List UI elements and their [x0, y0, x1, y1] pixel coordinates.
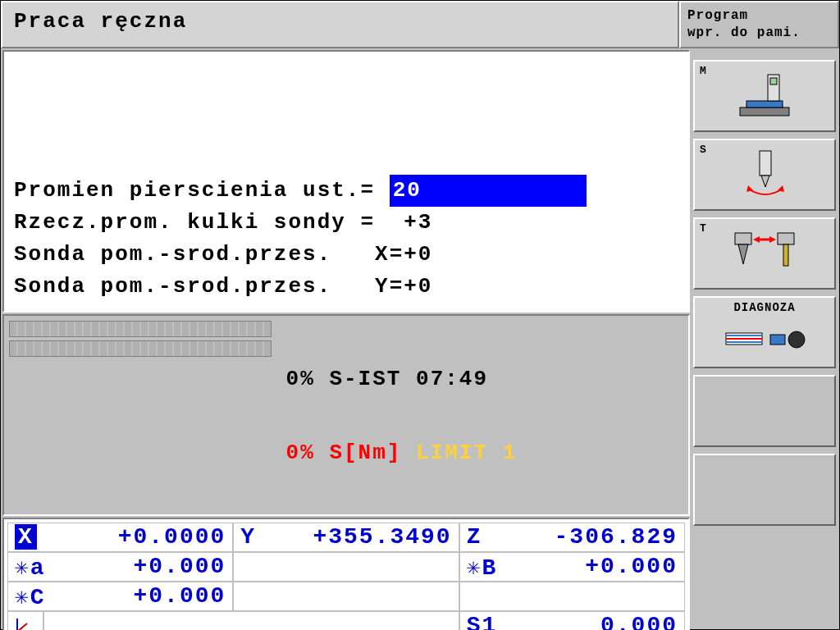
param-ball-radius: Rzecz.prom. kulki sondy = +3: [14, 207, 678, 239]
dro-b: ✳B+0.000: [459, 552, 685, 582]
svg-rect-4: [760, 151, 771, 176]
side-btn-empty-1[interactable]: [693, 375, 836, 447]
svg-rect-11: [783, 244, 788, 266]
side-btn-t[interactable]: T: [693, 217, 836, 290]
svg-rect-0: [740, 107, 789, 116]
diagnoza-icon: [695, 316, 834, 367]
dro-empty4: [43, 611, 459, 630]
param-ring-radius: Promien pierscienia ust.= 20: [14, 175, 678, 207]
status-limit: LIMIT 1: [416, 441, 517, 465]
status-band: 0% S-IST 07:49 0% S[Nm] LIMIT 1: [2, 314, 690, 516]
side-btn-s[interactable]: S: [693, 139, 836, 211]
dro-x: X+0.0000: [7, 523, 233, 552]
ring-radius-input[interactable]: 20: [390, 175, 587, 207]
dro-empty3: [459, 582, 685, 611]
program-line2: wpr. do pami.: [687, 25, 831, 42]
title-bar: Praca ręczna: [1, 1, 679, 48]
svg-rect-1: [746, 101, 783, 107]
svg-marker-5: [761, 176, 769, 187]
tool-icon: [695, 219, 834, 288]
svg-rect-10: [778, 233, 794, 244]
svg-rect-3: [770, 78, 777, 84]
program-status-box: Program wpr. do pami.: [679, 1, 839, 48]
svg-rect-8: [735, 233, 751, 244]
sidebar: M S T DIAGNOZA: [692, 48, 839, 630]
svg-marker-14: [769, 236, 776, 243]
dro-c: ✳C+0.000: [7, 582, 233, 611]
program-line1: Program: [687, 7, 831, 25]
dro-panel: X+0.0000 Y+355.3490 Z-306.829 ✳a+0.000 ✳…: [2, 518, 690, 630]
status-snm: 0% S[Nm]: [272, 441, 416, 465]
svg-marker-13: [753, 236, 760, 243]
load-bar-1: [9, 321, 272, 337]
dro-y: Y+355.3490: [233, 523, 459, 552]
dro-empty2: [233, 582, 459, 611]
parameter-panel: Promien pierscienia ust.= 20 Rzecz.prom.…: [2, 50, 690, 313]
svg-point-20: [788, 331, 805, 348]
load-bar-2: [9, 340, 272, 357]
status-sist: 0% S-IST 07:49: [272, 367, 683, 391]
side-btn-m[interactable]: M: [693, 60, 836, 132]
side-btn-diagnoza[interactable]: DIAGNOZA: [693, 296, 836, 368]
dro-a: ✳a+0.000: [7, 552, 233, 582]
dro-z: Z-306.829: [459, 523, 685, 552]
svg-marker-9: [738, 244, 748, 264]
dro-s1: S10.000: [459, 611, 685, 630]
svg-rect-19: [770, 335, 785, 345]
mode-title: Praca ręczna: [14, 9, 187, 34]
param-offset-y: Sonda pom.-srod.przes. Y=+0: [14, 271, 678, 303]
spindle-icon: [695, 140, 834, 209]
machine-icon: [695, 62, 834, 130]
dro-empty1: [233, 552, 459, 582]
param-offset-x: Sonda pom.-srod.przes. X=+0: [14, 239, 678, 271]
plane-icon[interactable]: [7, 611, 43, 630]
side-btn-empty-2[interactable]: [693, 454, 836, 526]
